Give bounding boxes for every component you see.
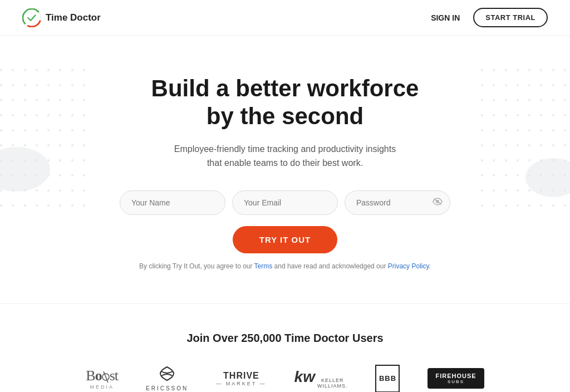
terms-link[interactable]: Terms (254, 262, 273, 270)
logo-firehouse-subs: FIREHOUSE SUBS (428, 368, 484, 389)
logo-ericsson: ERICSSON (146, 366, 188, 391)
logo-icon (22, 8, 41, 27)
logo-thrive-market: THRIVE — MARKET — (216, 371, 266, 386)
eye-toggle-icon[interactable] (433, 198, 443, 208)
nav-actions: SIGN IN START TRIAL (431, 8, 548, 27)
signup-form-row (11, 190, 559, 215)
hero-headline: Build a better workforce by the second (118, 75, 452, 131)
consent-text: By clicking Try It Out, you agree to our… (11, 262, 559, 270)
svg-line-6 (104, 371, 108, 383)
logo-keller-williams: kw KELLERWILLIAMS. (294, 368, 348, 390)
logos-section: Join Over 250,000 Time Doctor Users Bo s… (0, 303, 570, 392)
name-input[interactable] (120, 190, 225, 215)
logo-bbb: BBB (375, 365, 400, 392)
dots-left-decoration: (function(){ var d = document.currentScr… (0, 69, 89, 214)
hero-subtitle: Employee-friendly time tracking and prod… (168, 142, 402, 170)
logos-headline: Join Over 250,000 Time Doctor Users (22, 332, 548, 345)
sign-in-link[interactable]: SIGN IN (431, 13, 460, 22)
logo-boost: Bo st MEDIA (86, 367, 118, 390)
privacy-link[interactable]: Privacy Policy (388, 262, 429, 270)
logo-label: Time Doctor (46, 12, 101, 23)
try-it-out-button[interactable]: TRY IT OUT (233, 226, 338, 253)
email-input[interactable] (232, 190, 338, 215)
password-wrap (345, 190, 450, 215)
logos-row: Bo st MEDIA ERICSSON T (22, 365, 548, 392)
start-trial-button[interactable]: START TRIAL (473, 8, 548, 27)
navbar: Time Doctor SIGN IN START TRIAL (0, 0, 570, 36)
logo[interactable]: Time Doctor (22, 8, 101, 27)
hero-section: (function(){ var d = document.currentScr… (0, 36, 570, 303)
